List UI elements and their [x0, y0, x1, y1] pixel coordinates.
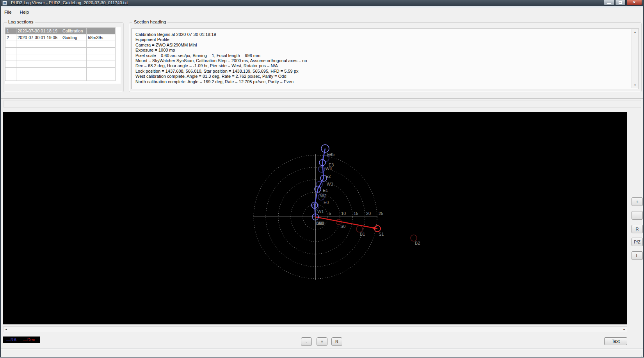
log-section-row[interactable]: 22020-07-30 01:19:05Guiding58m39s — [5, 34, 116, 41]
log-section-empty-row — [5, 41, 116, 48]
svg-text:W2: W2 — [320, 193, 327, 198]
section-heading-line: West calibration complete. Angle = 81.3 … — [135, 74, 630, 79]
lock-button[interactable]: L — [632, 251, 643, 260]
window-border-left — [0, 0, 1, 358]
calibration-plot-svg[interactable]: 510152025E4E5E3W4E2W3E1W2E0W1B0W0N0S0B1S… — [3, 112, 627, 324]
svg-text:W3: W3 — [327, 182, 333, 186]
maximize-icon — [619, 1, 622, 4]
svg-text:W1: W1 — [317, 209, 324, 214]
svg-text:S1: S1 — [379, 232, 384, 236]
section-heading-text: Calibration Begins at 2020-07-30 01:18:1… — [135, 32, 630, 84]
svg-text:25: 25 — [379, 211, 383, 216]
svg-text:15: 15 — [354, 211, 358, 216]
status-bar — [0, 349, 644, 358]
section-heading-line: North calibration complete. Angle = 169.… — [135, 79, 630, 84]
log-section-empty-row — [5, 68, 116, 74]
log-section-row[interactable]: 12020-07-30 01:18:19Calibration — [5, 28, 116, 34]
svg-text:5: 5 — [329, 211, 331, 216]
svg-text:E2: E2 — [326, 174, 331, 179]
log-section-empty-row — [5, 74, 116, 81]
log-sections-label: Log sections — [7, 20, 35, 24]
svg-text:E0: E0 — [324, 200, 329, 205]
reset-button[interactable]: R — [331, 337, 342, 346]
plot-zoom-out-button[interactable]: - — [632, 211, 643, 220]
section-heading-line: Lock position = 1437.608, 566.010, Star … — [135, 69, 630, 74]
maximize-button[interactable] — [615, 0, 626, 5]
scroll-up-icon[interactable]: ▲ — [632, 29, 638, 35]
text-view-button[interactable]: Text — [604, 337, 627, 345]
section-heading-line: Mount = SkyWatcher SynScan, Calibration … — [135, 58, 630, 63]
svg-text:S0: S0 — [340, 224, 345, 229]
section-heading-line: Calibration Begins at 2020-07-30 01:18:1… — [135, 32, 630, 37]
section-heading-line: Pixel scale = 0.60 arc-sec/px, Binning =… — [135, 53, 630, 58]
menu-help[interactable]: Help — [16, 8, 33, 16]
svg-text:E5: E5 — [329, 152, 334, 157]
vertical-scrollbar[interactable]: ▲ ▼ — [632, 29, 638, 88]
svg-text:10: 10 — [341, 211, 346, 216]
zoom-out-button[interactable]: - — [301, 337, 312, 346]
separator-line — [0, 98, 644, 99]
legend-dec: —Dec — [23, 337, 35, 342]
log-sections-table: 12020-07-30 01:18:19Calibration22020-07-… — [5, 27, 116, 81]
pan-zoom-button[interactable]: P/Z — [632, 238, 643, 246]
section-heading-line: Camera = ZWO ASI290MM Mini — [135, 43, 630, 48]
menu-file[interactable]: File — [1, 8, 15, 16]
horizontal-scrollbar[interactable]: ◄ ► — [3, 326, 627, 332]
log-section-empty-row — [5, 54, 116, 61]
svg-text:N0: N0 — [319, 221, 324, 226]
collapsed-panel — [3, 100, 641, 108]
svg-text:E1: E1 — [323, 188, 328, 193]
title-bar: PHD2 Log Viewer - PHD2_GuideLog_2020-07-… — [0, 0, 644, 7]
scroll-down-icon[interactable]: ▼ — [632, 82, 638, 88]
minimize-button[interactable] — [604, 0, 614, 5]
plot-reset-button[interactable]: R — [632, 225, 643, 233]
scroll-left-icon[interactable]: ◄ — [5, 327, 7, 332]
plot-legend: —RA —Dec — [3, 337, 40, 343]
section-heading-label: Section heading — [132, 20, 167, 24]
log-section-empty-row — [5, 48, 116, 54]
section-heading-line: Equipment Profile = — [135, 37, 630, 42]
close-button[interactable]: ✕ — [626, 0, 642, 5]
log-sections-list[interactable]: 12020-07-30 01:18:19Calibration22020-07-… — [5, 27, 121, 84]
svg-text:20: 20 — [366, 211, 371, 216]
svg-text:B2: B2 — [415, 241, 420, 245]
resize-grip[interactable] — [641, 356, 642, 356]
svg-text:B1: B1 — [360, 232, 365, 236]
calibration-plot[interactable]: 510152025E4E5E3W4E2W3E1W2E0W1B0W0N0S0B1S… — [3, 112, 627, 324]
section-heading-line: Dec = 68.2 deg, Hour angle = -1.09 hr, P… — [135, 63, 630, 68]
legend-ra: —RA — [6, 337, 16, 342]
menu-bar: File Help — [0, 8, 644, 16]
plot-zoom-in-button[interactable]: + — [632, 197, 643, 206]
zoom-in-button[interactable]: + — [317, 337, 327, 346]
minimize-icon — [607, 3, 611, 4]
scroll-right-icon[interactable]: ► — [623, 327, 626, 332]
log-section-empty-row — [5, 61, 116, 68]
window-title: PHD2 Log Viewer - PHD2_GuideLog_2020-07-… — [11, 0, 128, 6]
section-heading-panel[interactable]: Calibration Begins at 2020-07-30 01:18:1… — [131, 29, 639, 89]
section-heading-line: Exposure = 1000 ms — [135, 48, 630, 53]
app-icon — [2, 1, 7, 5]
svg-text:W4: W4 — [326, 166, 332, 171]
